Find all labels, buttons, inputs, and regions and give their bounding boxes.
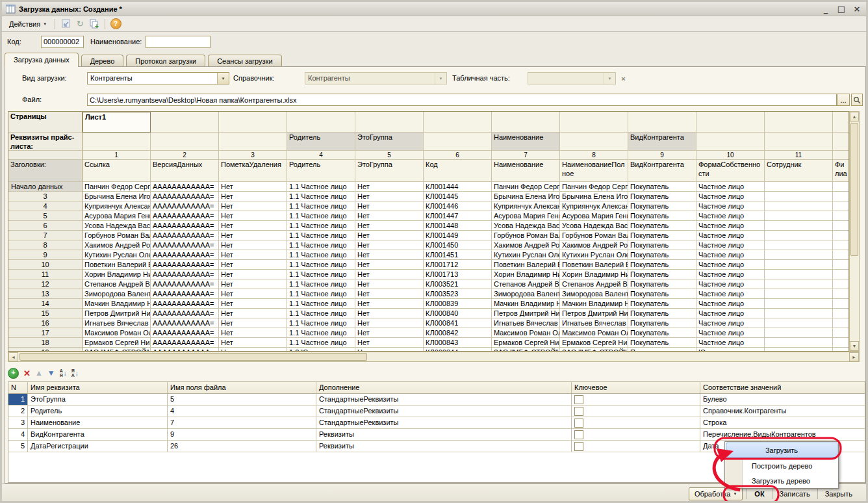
data-cell[interactable]: Нет — [355, 328, 424, 338]
data-cell[interactable]: Покупатель — [628, 279, 696, 289]
data-cell[interactable]: КЛ001712 — [424, 260, 492, 270]
data-cell[interactable]: АААААААААААА= — [151, 201, 219, 211]
data-cell[interactable]: Нет — [355, 250, 424, 260]
data-cell[interactable]: Нет — [355, 260, 424, 270]
data-cell[interactable]: КЛ000842 — [424, 328, 492, 338]
data-cell[interactable]: Зимородова Валент — [560, 289, 628, 299]
delete-row-icon[interactable]: ✕ — [23, 368, 31, 378]
data-cell[interactable]: 1.1 Частное лицо — [287, 192, 355, 201]
row-label[interactable]: 17 — [8, 328, 83, 338]
data-cell[interactable]: Брычина Елена Игор — [83, 192, 151, 201]
data-cell[interactable]: Нет — [219, 221, 287, 231]
data-cell[interactable] — [833, 192, 849, 201]
row-label[interactable]: 8 — [8, 240, 83, 250]
mapping-attr-cell[interactable]: ЭтоГруппа — [28, 394, 168, 406]
mapping-column-header[interactable]: Имя реквизита — [28, 382, 168, 394]
mapping-key-cell[interactable] — [572, 429, 700, 441]
data-cell[interactable]: Усова Надежда Вас — [83, 221, 151, 231]
data-cell[interactable]: Брычина Елена Игор — [492, 192, 560, 201]
sheet-header-cell[interactable]: ВерсияДанных — [151, 160, 219, 182]
mapping-field-cell[interactable]: 9 — [168, 429, 316, 441]
data-cell[interactable]: Покупатель — [628, 338, 696, 348]
row-label[interactable]: 15 — [8, 309, 83, 318]
data-cell[interactable]: Нет — [219, 201, 287, 211]
row-label[interactable]: 3 — [8, 192, 83, 201]
row-label[interactable]: 5 — [8, 211, 83, 221]
sort-desc-icon[interactable]: ЯА↓ — [71, 368, 79, 378]
data-cell[interactable]: Хакимов Андрей Ро — [560, 240, 628, 250]
data-cell[interactable]: Покупатель — [628, 192, 696, 201]
data-cell[interactable]: КЛ001450 — [424, 240, 492, 250]
data-cell[interactable]: 1.1 Частное лицо — [287, 260, 355, 270]
price-attr-cell[interactable]: ЭтоГруппа — [355, 133, 424, 151]
data-cell[interactable]: Поветкин Валерий Е — [492, 260, 560, 270]
sheet-header-cell[interactable]: Наименование — [492, 160, 560, 182]
data-cell[interactable] — [833, 260, 849, 270]
data-cell[interactable]: 1.1 Частное лицо — [287, 338, 355, 348]
data-cell[interactable]: Мачкин Владимир Н — [560, 299, 628, 309]
mapping-column-header[interactable]: Соответствие значений — [700, 382, 865, 394]
pages-cell[interactable] — [696, 112, 765, 133]
data-cell[interactable]: Асурова Мария Генн — [492, 211, 560, 221]
write-button[interactable]: Записать — [774, 487, 816, 500]
row-label[interactable]: Начало данных — [8, 182, 83, 192]
data-cell[interactable]: Степанов Андрей В — [83, 279, 151, 289]
mapping-match-cell[interactable]: Справочник.Контрагенты — [700, 406, 865, 417]
mapping-match-cell[interactable]: Строка — [700, 417, 865, 429]
data-cell[interactable]: Нет — [355, 270, 424, 279]
data-cell[interactable]: Петров Дмитрий Ни — [492, 309, 560, 318]
column-number[interactable]: 6 — [424, 151, 492, 160]
data-cell[interactable]: Частное лицо — [696, 192, 765, 201]
row-label[interactable]: 16 — [8, 318, 83, 328]
load-type-combo[interactable]: Контрагенты ▼ — [87, 72, 229, 84]
data-cell[interactable] — [833, 240, 849, 250]
mapping-attr-cell[interactable]: Родитель — [28, 406, 168, 417]
data-cell[interactable]: 1.1 Частное лицо — [287, 279, 355, 289]
data-cell[interactable]: Хакимов Андрей Ро — [83, 240, 151, 250]
data-cell[interactable]: Степанов Андрей В — [492, 279, 560, 289]
mapping-key-cell[interactable] — [572, 417, 700, 429]
data-cell[interactable]: Нет — [355, 289, 424, 299]
data-cell[interactable]: Частное лицо — [696, 279, 765, 289]
mapping-column-header[interactable]: N — [8, 382, 28, 394]
sheet-header-cell[interactable]: ПометкаУдаления — [219, 160, 287, 182]
data-cell[interactable]: Нет — [355, 309, 424, 318]
column-number[interactable]: 3 — [219, 151, 287, 160]
data-cell[interactable] — [765, 328, 833, 338]
data-cell[interactable]: Игнатьев Вячеслав — [560, 318, 628, 328]
data-cell[interactable]: Зимородова Валент — [83, 289, 151, 299]
data-cell[interactable]: КЛ001446 — [424, 201, 492, 211]
row-label[interactable]: 14 — [8, 299, 83, 309]
help-icon[interactable]: ? — [109, 18, 122, 30]
data-cell[interactable]: 1.1 Частное лицо — [287, 309, 355, 318]
data-cell[interactable]: 1.1 Частное лицо — [287, 250, 355, 260]
data-cell[interactable]: Нет — [219, 318, 287, 328]
data-cell[interactable] — [765, 211, 833, 221]
data-cell[interactable] — [833, 250, 849, 260]
row-label[interactable]: 11 — [8, 270, 83, 279]
mapping-field-cell[interactable]: 7 — [168, 417, 316, 429]
data-cell[interactable]: КЛ003523 — [424, 289, 492, 299]
data-cell[interactable]: Куприянчук Алексан — [492, 201, 560, 211]
data-cell[interactable]: КЛ000841 — [424, 318, 492, 328]
row-label[interactable]: 18 — [8, 338, 83, 348]
mapping-match-cell[interactable]: Булево — [700, 394, 865, 406]
data-cell[interactable] — [833, 270, 849, 279]
data-cell[interactable]: 1.1 Частное лицо — [287, 201, 355, 211]
data-cell[interactable]: Нет — [219, 192, 287, 201]
mapping-match-cell[interactable]: Перечисление.ВидыКонтрагентов — [700, 429, 865, 441]
processing-button[interactable]: Обработка▼ — [689, 487, 743, 500]
data-cell[interactable]: КЛ000843 — [424, 338, 492, 348]
data-cell[interactable] — [765, 260, 833, 270]
horizontal-scrollbar[interactable]: ◄ ► — [8, 352, 860, 362]
mapping-row-number[interactable]: 4 — [8, 429, 28, 441]
mapping-column-header[interactable]: Имя поля файла — [168, 382, 316, 394]
data-cell[interactable] — [833, 318, 849, 328]
data-cell[interactable]: Нет — [355, 240, 424, 250]
data-cell[interactable]: АААААААААААА= — [151, 250, 219, 260]
sheet-tab-list1[interactable]: Лист1 — [83, 112, 151, 133]
mapping-extra-cell[interactable]: СтандартныеРеквизиты — [316, 417, 572, 429]
data-cell[interactable]: КЛ000839 — [424, 299, 492, 309]
data-cell[interactable]: Нет — [219, 260, 287, 270]
data-cell[interactable]: Нет — [219, 309, 287, 318]
